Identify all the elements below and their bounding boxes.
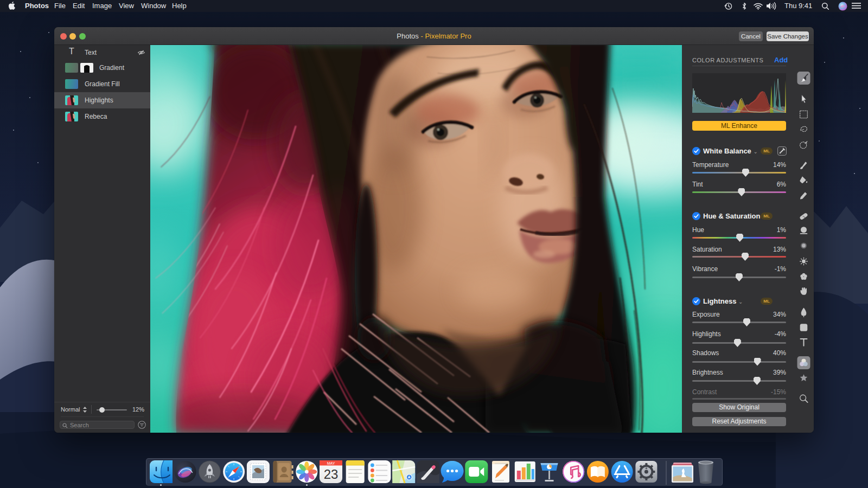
svg-text:23: 23 (324, 467, 339, 481)
svg-text:MAY: MAY (327, 461, 335, 465)
